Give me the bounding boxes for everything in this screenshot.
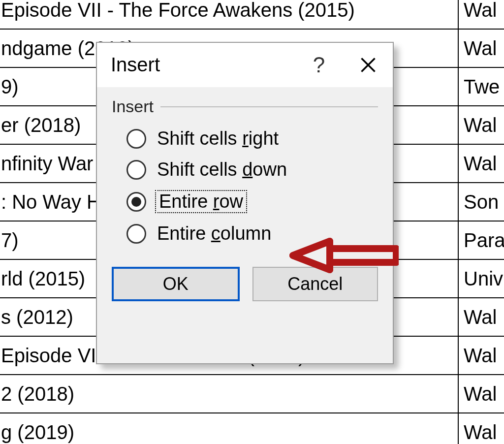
radio-entire-column[interactable]: Entire column [126,223,378,244]
insert-dialog: Insert ? Insert Shift cells right Shift … [96,42,394,364]
group-label-row: Insert [112,97,378,116]
radio-label: Entire column [155,223,273,244]
cell-studio[interactable]: Univ [458,259,504,298]
cell-studio[interactable]: Wal [458,336,504,375]
cell-studio[interactable]: Wal [458,375,504,413]
dialog-buttons: OK Cancel [97,254,393,301]
table-row: 2 (2018)Wal [0,375,504,413]
cancel-label: Cancel [287,274,343,294]
ok-label: OK [163,274,189,294]
cell-studio[interactable]: Wal [458,0,504,29]
radio-shift-right[interactable]: Shift cells right [126,128,378,149]
radio-icon [126,129,146,149]
radio-entire-row[interactable]: Entire row [126,190,378,213]
help-icon: ? [313,53,325,77]
cancel-button[interactable]: Cancel [252,267,378,301]
help-button[interactable]: ? [294,43,344,87]
table-row: g (2019)Wal [0,413,504,444]
cell-studio[interactable]: Wal [458,144,504,183]
radio-group: Shift cells right Shift cells down Entir… [112,128,378,244]
cell-studio[interactable]: Wal [458,413,504,444]
cell-studio[interactable]: Wal [458,298,504,336]
dialog-title: Insert [97,43,294,87]
radio-label: Shift cells down [155,159,289,180]
close-icon [359,56,377,74]
radio-shift-down[interactable]: Shift cells down [126,159,378,180]
radio-icon [126,224,146,244]
cell-title[interactable]: g (2019) [0,413,458,444]
radio-icon [126,192,146,212]
cell-title[interactable]: 2 (2018) [0,375,458,413]
close-button[interactable] [344,43,393,87]
cell-studio[interactable]: Wal [458,106,504,144]
radio-label: Entire row [155,190,247,213]
radio-label: Shift cells right [155,128,281,149]
cell-studio[interactable]: Wal [458,29,504,67]
group-divider [160,106,378,107]
ok-button[interactable]: OK [112,267,240,301]
radio-icon [126,160,146,180]
dialog-body: Insert Shift cells right Shift cells dow… [97,87,393,244]
cell-studio[interactable]: Twe [458,67,504,106]
cell-studio[interactable]: Son [458,183,504,221]
cell-studio[interactable]: Para [458,221,504,259]
table-row: Episode VII - The Force Awakens (2015)Wa… [0,0,504,29]
dialog-titlebar: Insert ? [97,43,393,87]
cell-title[interactable]: Episode VII - The Force Awakens (2015) [0,0,458,29]
group-label: Insert [112,97,154,116]
